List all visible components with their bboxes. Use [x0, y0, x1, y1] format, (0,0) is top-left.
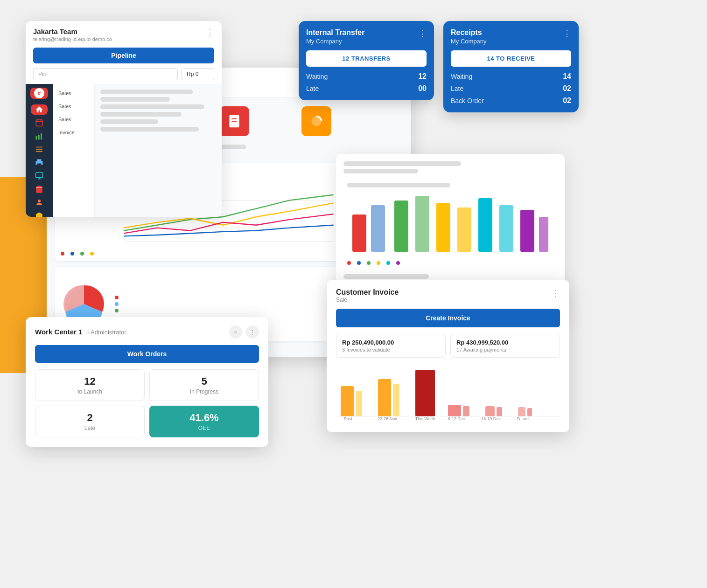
sidebar-active-item[interactable]: [31, 104, 48, 115]
create-invoice-button[interactable]: Create Invoice: [336, 309, 560, 327]
wc-stat-late-label: Late: [41, 425, 139, 431]
legend-blue: [70, 252, 76, 256]
svg-rect-34: [415, 196, 429, 252]
widget-spacer3: [257, 106, 294, 136]
wc-header: Work Center 1 - Administrator ○ ⋮: [35, 325, 259, 339]
widget-doc[interactable]: [219, 106, 249, 136]
wc-stat-inprogress-number: 5: [155, 375, 253, 387]
wc-stat-launch-number: 12: [41, 375, 139, 387]
wc-icons: ○ ⋮: [229, 325, 259, 339]
sidebar-item-monitor[interactable]: [31, 171, 48, 181]
jakarta-email: telering@trading-id.equio-demo.co: [33, 36, 112, 42]
bc-legend-yellow: [377, 261, 382, 265]
content-bar-1: [100, 90, 193, 94]
svg-rect-6: [41, 133, 42, 140]
svg-rect-32: [371, 205, 385, 252]
jakarta-search-box[interactable]: Pin: [33, 68, 178, 80]
receipts-card: Receipts My Company ⋮ 14 TO RECEIVE Wait…: [443, 21, 579, 112]
bc-legend-green: [367, 261, 372, 265]
pie-legend-red: [115, 296, 120, 299]
sidebar-item-chart[interactable]: [31, 131, 48, 141]
transfer-waiting-label: Waiting: [306, 73, 328, 80]
svg-rect-5: [38, 135, 40, 140]
content-bar-3: [100, 104, 204, 109]
work-orders-button[interactable]: Work Orders: [35, 345, 259, 363]
receipts-stat-late: Late 02: [451, 84, 571, 93]
erp-sidebar: #: [26, 84, 53, 217]
svg-rect-4: [36, 136, 37, 140]
nav-item-invoice[interactable]: Invoice: [53, 126, 94, 139]
inv-amount-awaiting-value: Rp 430,999,520.00: [456, 339, 554, 346]
svg-rect-38: [499, 205, 513, 252]
svg-rect-41: [341, 386, 354, 416]
inv-amount-validate-value: Rp 250,490,000.00: [342, 339, 440, 346]
svg-rect-37: [478, 198, 492, 252]
transfer-stat-waiting: Waiting 12: [306, 72, 427, 81]
wc-menu-icon[interactable]: ⋮: [246, 325, 259, 339]
inv-amount-validate-label: 3 Invoices to validate: [342, 347, 440, 353]
sidebar-item-list[interactable]: [31, 144, 48, 154]
inv-amounts-row: Rp 250,490,000.00 3 Invoices to validate…: [336, 334, 560, 358]
receipts-stat-backorder: Back Order 02: [451, 97, 571, 105]
jakarta-search-row: Pin Rp 0: [26, 68, 222, 84]
svg-text:Past: Past: [344, 416, 353, 421]
wc-stat-oee-label: OEE: [155, 425, 253, 431]
svg-rect-51: [527, 408, 532, 416]
wc-icon-circle[interactable]: ○: [229, 325, 242, 339]
widget-circle[interactable]: [301, 106, 331, 136]
transfer-subtitle: My Company: [306, 38, 364, 45]
jakarta-menu-icon[interactable]: ⋮: [206, 28, 214, 38]
legend-red: [61, 252, 66, 256]
receipts-stats: Waiting 14 Late 02 Back Order 02: [451, 72, 571, 105]
bc-legend-blue: [357, 261, 362, 265]
svg-rect-36: [457, 208, 471, 252]
receipts-late-label: Late: [451, 85, 463, 92]
pipeline-button[interactable]: Pipeline: [33, 48, 214, 63]
sidebar-item-user[interactable]: [31, 197, 48, 208]
transfer-menu-icon[interactable]: ⋮: [418, 28, 427, 39]
transfer-late-label: Late: [306, 85, 319, 92]
svg-rect-12: [37, 163, 42, 166]
nav-item-sales2[interactable]: Sales: [53, 100, 94, 113]
receipts-action-button[interactable]: 14 TO RECEIVE: [451, 50, 571, 67]
receipts-info: Receipts My Company: [451, 28, 487, 45]
svg-text:22-28 Nov: 22-28 Nov: [378, 416, 397, 421]
jakarta-nav-sidebar: Sales Sales Sales Invoice: [53, 84, 95, 217]
inv-subtitle: Sale: [336, 297, 399, 303]
inv-amount-awaiting-label: 17 Awaiting payments: [456, 347, 554, 353]
nav-item-sales1[interactable]: Sales: [53, 87, 94, 100]
invoice-bar-chart-svg: Past 22-28 Nov This Week 6-12 Dec 13-19 …: [336, 365, 560, 421]
bc-legend-purple: [396, 261, 401, 265]
receipts-backorder-label: Back Order: [451, 97, 484, 104]
receipts-menu-icon[interactable]: ⋮: [563, 28, 571, 39]
bc-legend-red: [347, 261, 352, 265]
wc-title: Work Center 1: [35, 328, 82, 336]
wc-stat-launch: 12 to Launch: [35, 369, 145, 401]
svg-rect-48: [485, 406, 495, 416]
legend-green: [80, 252, 85, 256]
nav-item-sales3[interactable]: Sales: [53, 113, 94, 126]
sidebar-item-print[interactable]: [31, 158, 48, 168]
inv-menu-icon[interactable]: ⋮: [552, 288, 560, 298]
svg-rect-45: [415, 370, 435, 416]
svg-rect-44: [393, 384, 399, 416]
svg-rect-39: [520, 210, 534, 252]
right-panel-bar2: [343, 169, 418, 173]
wc-stats-grid: 12 to Launch 5 In Progress 2 Late 41.6% …: [35, 369, 259, 437]
bc-legend-cyan: [386, 261, 392, 265]
transfer-action-button[interactable]: 12 TRANSFERS: [306, 50, 427, 67]
sidebar-item-cart[interactable]: [31, 184, 48, 194]
sidebar-item-package[interactable]: [31, 210, 48, 217]
legend-yellow: [90, 252, 95, 256]
pie-legend-blue: [115, 302, 120, 306]
svg-rect-49: [497, 407, 502, 416]
jakarta-content-area: [95, 84, 222, 217]
svg-rect-35: [436, 203, 450, 252]
svg-text:This Week: This Week: [415, 416, 435, 421]
sidebar-item-calendar[interactable]: [31, 118, 48, 128]
content-bar-5: [100, 119, 158, 124]
customer-invoice-window: Customer Invoice Sale ⋮ Create Invoice R…: [327, 280, 569, 432]
svg-rect-40: [539, 217, 548, 252]
content-bar-2: [100, 97, 170, 102]
sidebar-logo: #: [30, 88, 48, 99]
